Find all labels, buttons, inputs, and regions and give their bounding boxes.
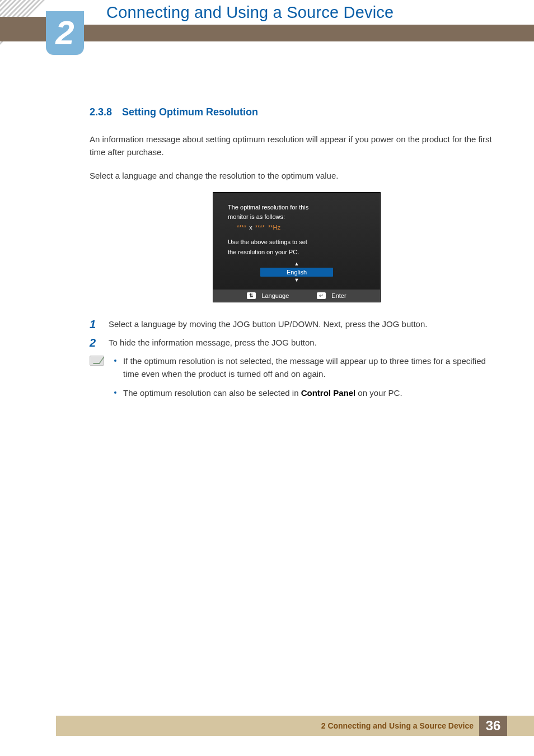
footer-chapter-label: 2 Connecting and Using a Source Device: [321, 721, 474, 730]
note-text: on your PC.: [355, 388, 402, 398]
osd-text-line: the resolution on your PC.: [228, 248, 366, 258]
note-icon: [90, 356, 104, 366]
note-text-bold: Control Panel: [301, 388, 356, 398]
osd-res-x: x: [248, 224, 254, 231]
osd-resolution-value: **** x **** **Hz: [228, 222, 366, 235]
osd-screenshot: The optimal resolution for this monitor …: [213, 192, 381, 302]
osd-footer-enter-label: Enter: [331, 292, 346, 299]
osd-language-selector: English: [228, 262, 366, 283]
section-number: 2.3.8: [90, 106, 112, 118]
chapter-number: 2: [55, 16, 74, 50]
osd-text-line: monitor is as follows:: [228, 212, 366, 222]
step-text: To hide the information message, press t…: [109, 337, 317, 349]
osd-res-hz: **Hz: [268, 224, 280, 231]
osd-language-value: English: [260, 268, 333, 277]
note-item: The optimum resolution can also be selec…: [111, 386, 504, 399]
enter-icon: ↵: [317, 292, 326, 299]
osd-text-line: The optimal resolution for this: [228, 203, 366, 213]
intro-paragraph-1: An information message about setting opt…: [90, 133, 504, 159]
chapter-badge: 2: [46, 11, 84, 55]
intro-paragraph-2: Select a language and change the resolut…: [90, 169, 504, 182]
osd-footer-language-label: Language: [261, 292, 289, 299]
step-item: 1 Select a language by moving the JOG bu…: [90, 318, 504, 331]
step-text: Select a language by moving the JOG butt…: [109, 318, 427, 331]
section-heading: 2.3.8Setting Optimum Resolution: [90, 106, 504, 118]
chevron-up-icon: [228, 262, 366, 267]
note-item: If the optimum resolution is not selecte…: [111, 354, 504, 381]
note-text: The optimum resolution can also be selec…: [123, 388, 301, 398]
step-number: 1: [90, 318, 100, 331]
section-title: Setting Optimum Resolution: [122, 106, 258, 118]
osd-res-h: ****: [255, 224, 265, 231]
footer-bar: 2 Connecting and Using a Source Device 3…: [56, 716, 534, 736]
note-list: If the optimum resolution is not selecte…: [111, 354, 504, 405]
osd-footer: ⇅ Language ↵ Enter: [213, 290, 380, 302]
page-number: 36: [479, 716, 507, 736]
updown-icon: ⇅: [247, 292, 256, 299]
chapter-title: Connecting and Using a Source Device: [106, 3, 394, 22]
header-banner: Connecting and Using a Source Device: [73, 0, 534, 25]
chevron-down-icon: [228, 278, 366, 283]
step-item: 2 To hide the information message, press…: [90, 337, 504, 349]
osd-res-w: ****: [237, 224, 246, 231]
osd-text-line: Use the above settings to set: [228, 237, 366, 248]
step-number: 2: [90, 337, 100, 349]
